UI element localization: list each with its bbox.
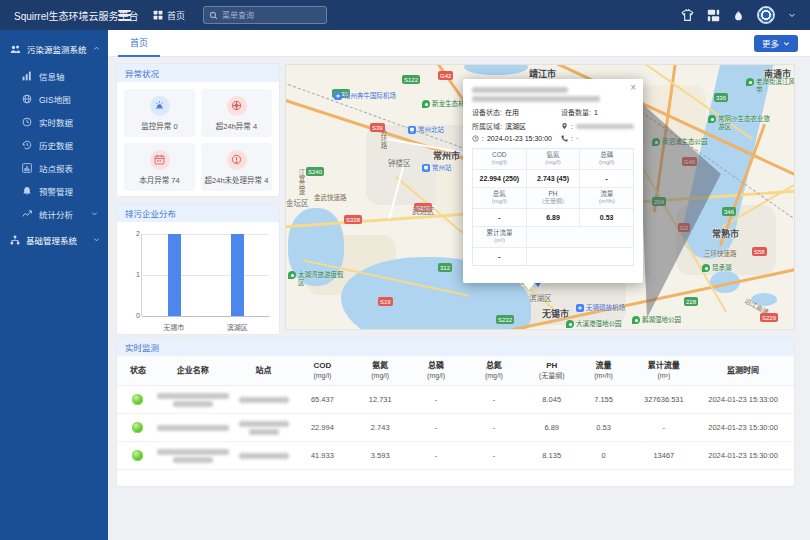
- poi-label: 太湖湾旅游度假区: [298, 271, 344, 286]
- column-header-label: 总氮: [464, 361, 524, 371]
- map-poi-park[interactable]: 鹅湖湿地公园: [632, 316, 702, 324]
- map-poi-airport[interactable]: 无锡硕放机场: [576, 304, 646, 312]
- road-number-badge: 336: [714, 93, 728, 102]
- close-icon[interactable]: ×: [630, 82, 636, 93]
- map-road-label: 三环快速路: [704, 248, 737, 258]
- train-station-icon: [408, 126, 416, 134]
- map-poi-park[interactable]: 老岸街滨江风光带: [746, 78, 795, 93]
- column-header-COD: COD(mg/l): [293, 361, 353, 381]
- status-cell: [125, 422, 151, 433]
- popup-phone: ·: [576, 135, 578, 142]
- map-poi-park[interactable]: 常阴沙生态农业旅游区: [708, 115, 770, 130]
- map-city-label: 常州市: [433, 149, 460, 162]
- bar-chart: 012无锡市滨湖区: [125, 232, 271, 332]
- metric-unit: (mg/l): [580, 159, 633, 166]
- menu-search-box[interactable]: [203, 6, 327, 24]
- table-row[interactable]: 65.43712.731--8.0457.155327636.5312024-0…: [117, 386, 794, 414]
- sidebar-group-污染源监测系统[interactable]: 污染源监测系统: [0, 34, 108, 64]
- map-poi-park[interactable]: 太湖湾旅游度假区: [288, 271, 344, 286]
- metric-name: 氨氮: [527, 151, 580, 159]
- chevron-down-icon[interactable]: [788, 11, 796, 19]
- org-icon: [10, 235, 20, 245]
- status-indicator-normal: [132, 394, 143, 405]
- table-row[interactable]: 22.9942.743--6.890.53-2024-01-23 15:30:0…: [117, 414, 794, 442]
- app-title: Squirrel生态环境云服务平台: [0, 8, 108, 23]
- column-header-unit: (mg/l): [464, 371, 524, 381]
- search-icon: [209, 11, 218, 20]
- park-icon: [422, 100, 430, 108]
- metric-value-cell: 6.89: [527, 209, 581, 227]
- column-header-累计流量: 累计流量(m³): [627, 361, 700, 381]
- chart-ytick: 1: [128, 271, 140, 278]
- road-number-badge: S19: [378, 297, 393, 306]
- monitor-table-header: 状态企业名称站点COD(mg/l)氨氮(mg/l)总磷(mg/l)总氮(mg/l…: [117, 356, 794, 386]
- train-station-icon: [422, 164, 430, 172]
- user-avatar[interactable]: [757, 6, 775, 24]
- sidebar-item-历史数据[interactable]: 历史数据: [0, 133, 108, 156]
- abnormal-panel-title: 异常状况: [117, 64, 279, 82]
- sidebar-item-label: 站点报表: [39, 162, 73, 174]
- calendar-icon: [154, 154, 165, 165]
- map-poi-park[interactable]: 昆承湖: [702, 264, 748, 272]
- sidebar-item-预警管理[interactable]: 预警管理: [0, 179, 108, 202]
- popup-metrics-value-row: -6.890.53: [473, 209, 633, 227]
- table-row[interactable]: 41.9333.593--8.1350134672024-01-23 15:30…: [117, 442, 794, 470]
- card-icon-bubble: [227, 150, 247, 170]
- sidebar-item-实时数据[interactable]: 实时数据: [0, 110, 108, 133]
- breadcrumb-home-label: 首页: [167, 9, 185, 22]
- map-poi-station[interactable]: 常州北站: [408, 126, 468, 134]
- column-header-label: 状态: [125, 366, 151, 376]
- realtime-monitor-panel: 实时监测 状态企业名称站点COD(mg/l)氨氮(mg/l)总磷(mg/l)总氮…: [116, 337, 795, 487]
- chart-gridline: [142, 234, 269, 235]
- value-cell: 327636.531: [627, 395, 700, 404]
- sidebar-group-基础管理系统[interactable]: 基础管理系统: [0, 225, 108, 255]
- value-cell: 0: [580, 451, 628, 460]
- chart-panel-title: 排污企业分布: [117, 204, 279, 222]
- abnormal-card[interactable]: 监控异常 0: [124, 89, 195, 137]
- layout-icon[interactable]: [707, 9, 720, 22]
- sidebar-item-站点报表[interactable]: 站点报表: [0, 156, 108, 179]
- hamburger-menu-icon[interactable]: [118, 7, 131, 23]
- sidebar-item-信息轴[interactable]: 信息轴: [0, 64, 108, 87]
- abnormal-status-panel: 异常状况 监控异常 0超24h异常 4本月异常 74超24h未处理异常 4: [116, 63, 280, 197]
- popup-title-redacted: [472, 87, 634, 102]
- chart-xlabel: 无锡市: [163, 322, 184, 332]
- road-number-badge: S229: [760, 313, 778, 322]
- airport-icon: [576, 304, 584, 312]
- search-input[interactable]: [222, 11, 321, 20]
- warning-icon: [231, 154, 242, 165]
- sidebar-item-统计分析[interactable]: 统计分析: [0, 202, 108, 225]
- column-header-unit: (mg/l): [408, 371, 464, 381]
- metric-name: PH: [527, 190, 580, 198]
- gis-map[interactable]: 常州市无锡市常熟市南通市靖江市钟楼区武进区滨湖区金坛区金武快速路三环快速路外环路…: [285, 64, 795, 330]
- flame-icon[interactable]: [733, 9, 744, 22]
- metric-header-cell: 氨氮(mg/l): [527, 149, 581, 170]
- metric-value-cell: -: [580, 170, 633, 188]
- metric-unit: (mg/l): [473, 159, 526, 166]
- abnormal-card[interactable]: 超24h未处理异常 4: [201, 143, 272, 191]
- column-header-氨氮: 氨氮(mg/l): [352, 361, 408, 381]
- map-poi-airport[interactable]: 常州奔牛国际机场: [334, 92, 414, 100]
- chart-bar: [168, 234, 181, 316]
- metric-header-cell: PH(无量纲): [527, 188, 581, 209]
- value-cell: 41.933: [293, 451, 353, 460]
- abnormal-card[interactable]: 超24h异常 4: [201, 89, 272, 137]
- main-area: 首页 更多 异常状况 监控异常 0超24h异常 4本月异常 74超24h未处理异…: [108, 30, 810, 540]
- popup-metrics-table: COD(mg/l)氨氮(mg/l)总磷(mg/l)22.994 (250)2.7…: [472, 148, 634, 266]
- road-number-badge: 312: [438, 263, 452, 272]
- more-button[interactable]: 更多: [754, 35, 798, 52]
- company-name-redacted: [151, 393, 235, 407]
- card-label: 超24h异常 4: [216, 120, 257, 131]
- tab-home[interactable]: 首页: [118, 30, 160, 57]
- breadcrumb-home[interactable]: 首页: [153, 9, 185, 22]
- popup-fields: 设备状态:在用 设备数量:1 所属区域:滨湖区 : :2024-01-23 15…: [472, 107, 634, 142]
- monitor-table-body: 65.43712.731--8.0457.155327636.5312024-0…: [117, 386, 794, 470]
- popup-metrics-value-row: 22.994 (250)2.743 (45)-: [473, 170, 633, 188]
- sidebar-item-GIS地图[interactable]: GIS地图: [0, 87, 108, 110]
- sidebar-item-label: 信息轴: [39, 70, 65, 82]
- abnormal-card[interactable]: 本月异常 74: [124, 143, 195, 191]
- theme-shirt-icon[interactable]: [681, 9, 694, 22]
- status-cell: [125, 450, 151, 461]
- column-header-label: 流量: [580, 361, 628, 371]
- card-label: 监控异常 0: [141, 120, 177, 131]
